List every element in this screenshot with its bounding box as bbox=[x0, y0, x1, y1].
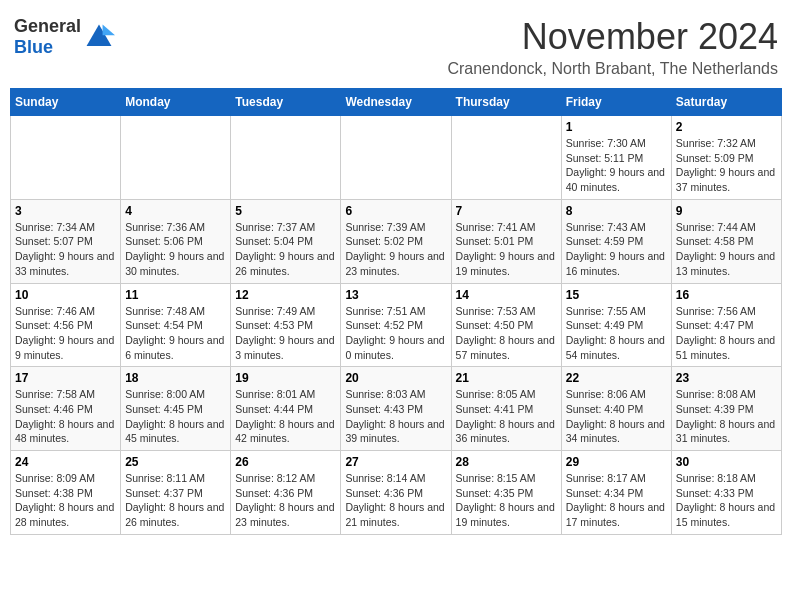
day-number: 14 bbox=[456, 288, 557, 302]
table-row: 19Sunrise: 8:01 AM Sunset: 4:44 PM Dayli… bbox=[231, 367, 341, 451]
day-number: 25 bbox=[125, 455, 226, 469]
day-info: Sunrise: 7:58 AM Sunset: 4:46 PM Dayligh… bbox=[15, 387, 116, 446]
table-row: 6Sunrise: 7:39 AM Sunset: 5:02 PM Daylig… bbox=[341, 199, 451, 283]
day-number: 27 bbox=[345, 455, 446, 469]
title-area: November 2024 Cranendonck, North Brabant… bbox=[447, 16, 778, 78]
table-row: 23Sunrise: 8:08 AM Sunset: 4:39 PM Dayli… bbox=[671, 367, 781, 451]
day-number: 5 bbox=[235, 204, 336, 218]
day-info: Sunrise: 7:51 AM Sunset: 4:52 PM Dayligh… bbox=[345, 304, 446, 363]
col-header-wednesday: Wednesday bbox=[341, 89, 451, 116]
table-row bbox=[121, 116, 231, 200]
day-info: Sunrise: 7:48 AM Sunset: 4:54 PM Dayligh… bbox=[125, 304, 226, 363]
day-info: Sunrise: 7:41 AM Sunset: 5:01 PM Dayligh… bbox=[456, 220, 557, 279]
day-number: 9 bbox=[676, 204, 777, 218]
table-row: 28Sunrise: 8:15 AM Sunset: 4:35 PM Dayli… bbox=[451, 451, 561, 535]
day-number: 22 bbox=[566, 371, 667, 385]
day-number: 1 bbox=[566, 120, 667, 134]
day-info: Sunrise: 7:49 AM Sunset: 4:53 PM Dayligh… bbox=[235, 304, 336, 363]
day-info: Sunrise: 7:46 AM Sunset: 4:56 PM Dayligh… bbox=[15, 304, 116, 363]
day-info: Sunrise: 7:56 AM Sunset: 4:47 PM Dayligh… bbox=[676, 304, 777, 363]
calendar-week-row: 3Sunrise: 7:34 AM Sunset: 5:07 PM Daylig… bbox=[11, 199, 782, 283]
logo-general: General bbox=[14, 16, 81, 37]
table-row: 9Sunrise: 7:44 AM Sunset: 4:58 PM Daylig… bbox=[671, 199, 781, 283]
logo-icon bbox=[83, 21, 115, 53]
day-number: 8 bbox=[566, 204, 667, 218]
table-row: 1Sunrise: 7:30 AM Sunset: 5:11 PM Daylig… bbox=[561, 116, 671, 200]
table-row bbox=[231, 116, 341, 200]
logo: General Blue bbox=[14, 16, 115, 57]
day-number: 16 bbox=[676, 288, 777, 302]
table-row: 5Sunrise: 7:37 AM Sunset: 5:04 PM Daylig… bbox=[231, 199, 341, 283]
day-number: 26 bbox=[235, 455, 336, 469]
col-header-monday: Monday bbox=[121, 89, 231, 116]
calendar-week-row: 17Sunrise: 7:58 AM Sunset: 4:46 PM Dayli… bbox=[11, 367, 782, 451]
header: General Blue November 2024 Cranendonck, … bbox=[10, 10, 782, 84]
table-row: 2Sunrise: 7:32 AM Sunset: 5:09 PM Daylig… bbox=[671, 116, 781, 200]
day-info: Sunrise: 8:03 AM Sunset: 4:43 PM Dayligh… bbox=[345, 387, 446, 446]
col-header-sunday: Sunday bbox=[11, 89, 121, 116]
day-number: 10 bbox=[15, 288, 116, 302]
calendar-week-row: 24Sunrise: 8:09 AM Sunset: 4:38 PM Dayli… bbox=[11, 451, 782, 535]
day-info: Sunrise: 8:09 AM Sunset: 4:38 PM Dayligh… bbox=[15, 471, 116, 530]
day-info: Sunrise: 7:32 AM Sunset: 5:09 PM Dayligh… bbox=[676, 136, 777, 195]
day-info: Sunrise: 7:44 AM Sunset: 4:58 PM Dayligh… bbox=[676, 220, 777, 279]
day-number: 23 bbox=[676, 371, 777, 385]
day-info: Sunrise: 8:01 AM Sunset: 4:44 PM Dayligh… bbox=[235, 387, 336, 446]
col-header-friday: Friday bbox=[561, 89, 671, 116]
svg-marker-1 bbox=[103, 24, 115, 35]
day-info: Sunrise: 8:15 AM Sunset: 4:35 PM Dayligh… bbox=[456, 471, 557, 530]
table-row bbox=[341, 116, 451, 200]
day-info: Sunrise: 7:37 AM Sunset: 5:04 PM Dayligh… bbox=[235, 220, 336, 279]
day-info: Sunrise: 7:36 AM Sunset: 5:06 PM Dayligh… bbox=[125, 220, 226, 279]
calendar: SundayMondayTuesdayWednesdayThursdayFrid… bbox=[10, 88, 782, 535]
col-header-saturday: Saturday bbox=[671, 89, 781, 116]
day-info: Sunrise: 8:11 AM Sunset: 4:37 PM Dayligh… bbox=[125, 471, 226, 530]
day-info: Sunrise: 8:12 AM Sunset: 4:36 PM Dayligh… bbox=[235, 471, 336, 530]
day-info: Sunrise: 7:30 AM Sunset: 5:11 PM Dayligh… bbox=[566, 136, 667, 195]
table-row: 8Sunrise: 7:43 AM Sunset: 4:59 PM Daylig… bbox=[561, 199, 671, 283]
day-info: Sunrise: 8:06 AM Sunset: 4:40 PM Dayligh… bbox=[566, 387, 667, 446]
table-row: 4Sunrise: 7:36 AM Sunset: 5:06 PM Daylig… bbox=[121, 199, 231, 283]
calendar-week-row: 10Sunrise: 7:46 AM Sunset: 4:56 PM Dayli… bbox=[11, 283, 782, 367]
day-info: Sunrise: 8:08 AM Sunset: 4:39 PM Dayligh… bbox=[676, 387, 777, 446]
col-header-tuesday: Tuesday bbox=[231, 89, 341, 116]
calendar-week-row: 1Sunrise: 7:30 AM Sunset: 5:11 PM Daylig… bbox=[11, 116, 782, 200]
day-info: Sunrise: 7:43 AM Sunset: 4:59 PM Dayligh… bbox=[566, 220, 667, 279]
table-row bbox=[11, 116, 121, 200]
table-row: 11Sunrise: 7:48 AM Sunset: 4:54 PM Dayli… bbox=[121, 283, 231, 367]
day-number: 3 bbox=[15, 204, 116, 218]
subtitle: Cranendonck, North Brabant, The Netherla… bbox=[447, 60, 778, 78]
table-row: 26Sunrise: 8:12 AM Sunset: 4:36 PM Dayli… bbox=[231, 451, 341, 535]
table-row: 15Sunrise: 7:55 AM Sunset: 4:49 PM Dayli… bbox=[561, 283, 671, 367]
table-row: 3Sunrise: 7:34 AM Sunset: 5:07 PM Daylig… bbox=[11, 199, 121, 283]
day-number: 11 bbox=[125, 288, 226, 302]
day-number: 20 bbox=[345, 371, 446, 385]
day-info: Sunrise: 7:53 AM Sunset: 4:50 PM Dayligh… bbox=[456, 304, 557, 363]
day-number: 4 bbox=[125, 204, 226, 218]
day-info: Sunrise: 8:00 AM Sunset: 4:45 PM Dayligh… bbox=[125, 387, 226, 446]
day-number: 7 bbox=[456, 204, 557, 218]
calendar-header-row: SundayMondayTuesdayWednesdayThursdayFrid… bbox=[11, 89, 782, 116]
day-info: Sunrise: 8:05 AM Sunset: 4:41 PM Dayligh… bbox=[456, 387, 557, 446]
table-row: 13Sunrise: 7:51 AM Sunset: 4:52 PM Dayli… bbox=[341, 283, 451, 367]
day-info: Sunrise: 7:39 AM Sunset: 5:02 PM Dayligh… bbox=[345, 220, 446, 279]
day-number: 19 bbox=[235, 371, 336, 385]
table-row: 10Sunrise: 7:46 AM Sunset: 4:56 PM Dayli… bbox=[11, 283, 121, 367]
table-row: 16Sunrise: 7:56 AM Sunset: 4:47 PM Dayli… bbox=[671, 283, 781, 367]
day-info: Sunrise: 8:17 AM Sunset: 4:34 PM Dayligh… bbox=[566, 471, 667, 530]
table-row: 21Sunrise: 8:05 AM Sunset: 4:41 PM Dayli… bbox=[451, 367, 561, 451]
day-number: 13 bbox=[345, 288, 446, 302]
table-row: 25Sunrise: 8:11 AM Sunset: 4:37 PM Dayli… bbox=[121, 451, 231, 535]
day-number: 18 bbox=[125, 371, 226, 385]
day-number: 15 bbox=[566, 288, 667, 302]
day-number: 12 bbox=[235, 288, 336, 302]
table-row: 29Sunrise: 8:17 AM Sunset: 4:34 PM Dayli… bbox=[561, 451, 671, 535]
day-number: 24 bbox=[15, 455, 116, 469]
table-row bbox=[451, 116, 561, 200]
day-info: Sunrise: 7:55 AM Sunset: 4:49 PM Dayligh… bbox=[566, 304, 667, 363]
table-row: 18Sunrise: 8:00 AM Sunset: 4:45 PM Dayli… bbox=[121, 367, 231, 451]
day-number: 29 bbox=[566, 455, 667, 469]
day-info: Sunrise: 8:18 AM Sunset: 4:33 PM Dayligh… bbox=[676, 471, 777, 530]
table-row: 20Sunrise: 8:03 AM Sunset: 4:43 PM Dayli… bbox=[341, 367, 451, 451]
month-title: November 2024 bbox=[447, 16, 778, 58]
